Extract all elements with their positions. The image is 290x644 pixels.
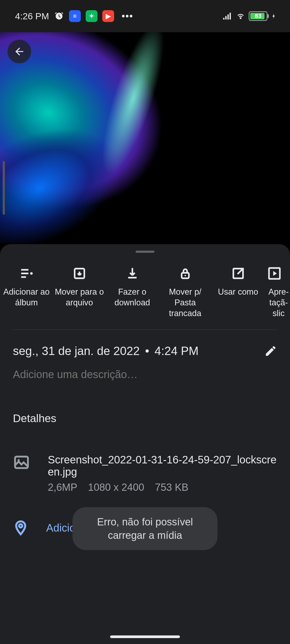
image-icon — [13, 454, 30, 471]
notif-app-icon: ✦ — [86, 10, 97, 22]
file-dimensions: 290 x 644 — [88, 482, 144, 493]
wifi-icon — [235, 11, 246, 21]
photo-date: seg., 31 de jan. de 2022 — [13, 344, 140, 358]
action-use-as[interactable]: Usar como — [212, 266, 264, 319]
back-button[interactable] — [8, 40, 31, 63]
description-input[interactable] — [13, 368, 288, 380]
action-label: Apre­taçã­slic — [267, 287, 290, 319]
action-label: Fazer o download — [106, 287, 159, 308]
date-row: seg., 31 de jan. de 2022 • 4:24 PM — [0, 344, 290, 358]
file-info-row: Screenshot_2022-01-31-16-24-59-207_locks… — [13, 454, 277, 493]
info-sheet[interactable]: Adicionar ao álbum Mover para o arquivo … — [0, 244, 290, 644]
photo-viewer[interactable] — [0, 32, 290, 244]
svg-point-6 — [17, 459, 20, 461]
alarm-icon — [54, 11, 64, 21]
photo-time: 4:24 PM — [155, 344, 199, 358]
scroll-indicator — [3, 161, 5, 215]
svg-point-2 — [184, 275, 186, 276]
battery-indicator: 83 — [249, 11, 267, 21]
notif-app-icon: ▶ — [102, 10, 114, 22]
action-download[interactable]: Fazer o download — [106, 266, 159, 319]
sheet-grabber[interactable] — [136, 251, 154, 253]
action-move-to-locked[interactable]: Mover p/ Pasta trancada — [159, 266, 212, 319]
actions-row[interactable]: Adicionar ao álbum Mover para o arquivo … — [0, 260, 290, 330]
battery-pct: 83 — [255, 13, 261, 20]
edit-datetime-button[interactable] — [264, 345, 277, 357]
photo-content — [0, 32, 290, 244]
error-toast: Erro, não foi possível carregar a mídia — [73, 507, 218, 550]
action-add-to-album[interactable]: Adicionar ao álbum — [0, 266, 53, 319]
charging-icon — [270, 13, 277, 20]
toast-text: Erro, não foi possível carregar a mídia — [97, 516, 193, 541]
divider — [13, 330, 277, 330]
action-label: Adicionar ao álbum — [0, 287, 53, 308]
status-bar: 4:26 PM ≡ ✦ ▶ ••• 83 — [0, 0, 290, 32]
notif-more-icon: ••• — [119, 10, 133, 22]
action-move-to-archive[interactable]: Mover para o arquivo — [53, 266, 106, 319]
action-label: Mover p/ Pasta trancada — [159, 287, 212, 319]
action-label: Mover para o arquivo — [53, 287, 106, 308]
svg-point-7 — [19, 524, 22, 528]
action-label: Usar como — [218, 287, 258, 297]
status-time: 4:26 PM — [15, 11, 49, 21]
details-heading: Detalhes — [13, 412, 277, 425]
dot-separator: • — [145, 344, 149, 358]
file-name: Screenshot_2022-01-31-16-24-59-207_locks… — [48, 454, 277, 478]
cell-signal-icon — [222, 11, 233, 21]
notif-app-icon: ≡ — [69, 10, 81, 22]
file-size: 753 KB — [155, 482, 189, 493]
file-megapixels: 2,6MP — [48, 482, 77, 493]
location-pin-icon — [13, 520, 28, 536]
gesture-nav-bar[interactable] — [110, 635, 180, 638]
action-slideshow[interactable]: Apre­taçã­slic — [264, 266, 290, 319]
